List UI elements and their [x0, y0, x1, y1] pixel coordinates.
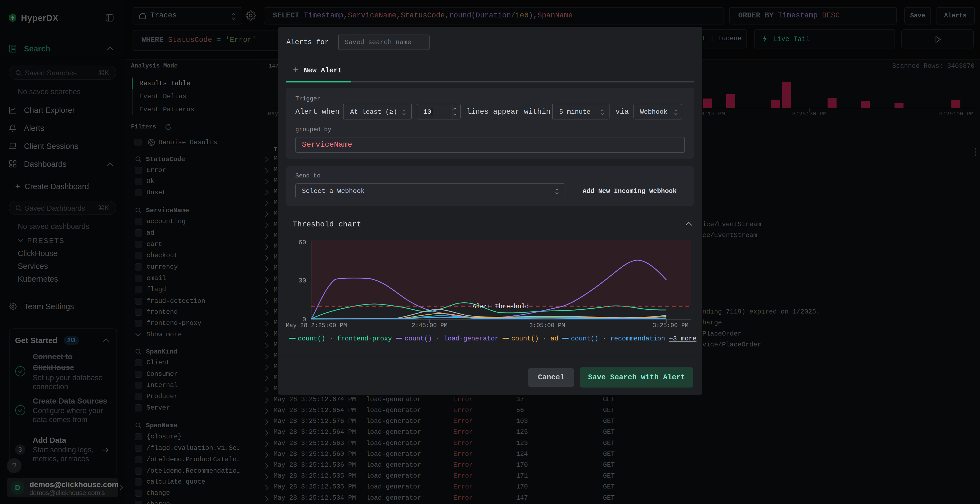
svg-text:60: 60: [298, 239, 306, 246]
svg-text:Alert Threshold: Alert Threshold: [472, 303, 529, 310]
svg-text:30: 30: [298, 277, 306, 285]
